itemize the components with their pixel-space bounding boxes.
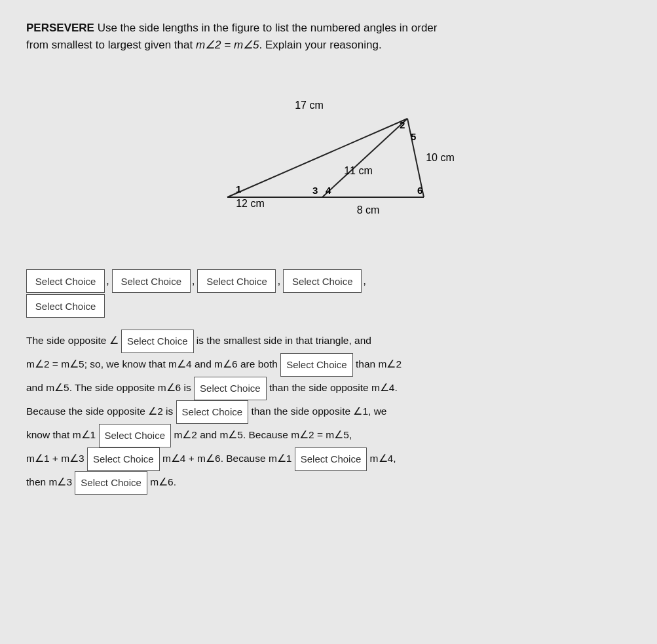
- explanation-select-4[interactable]: Select Choice: [176, 400, 249, 424]
- answer-box-3[interactable]: Select Choice: [197, 269, 276, 293]
- answer-box-2[interactable]: Select Choice: [112, 269, 191, 293]
- explanation-part12: m∠4 + m∠6. Because m∠1: [162, 453, 295, 464]
- explanation-part3: m∠2 = m∠5; so, we know that m∠4 and m∠6 …: [26, 358, 280, 369]
- explanation-part9: know that m∠1: [26, 429, 99, 440]
- problem-statement: PERSEVERE Use the side lengths in the fi…: [26, 20, 631, 53]
- explanation-part4: than m∠2: [356, 358, 402, 369]
- explanation-part15: m∠6.: [150, 476, 176, 487]
- explanation-part11: m∠1 + m∠3: [26, 453, 87, 464]
- svg-line-4: [322, 119, 407, 197]
- explanation-part7: Because the side opposite ∠2 is: [26, 406, 176, 417]
- answer-box-4[interactable]: Select Choice: [283, 269, 362, 293]
- side-11cm: 11 cm: [344, 165, 373, 176]
- figure-container: 17 cm 12 cm 11 cm 8 cm 10 cm 1 2 5 3 4 6: [26, 66, 631, 250]
- persevere-label: PERSEVERE: [26, 22, 94, 34]
- problem-text-3: . Explain your reasoning.: [259, 39, 382, 51]
- problem-text-1: Use the side lengths in the figure to li…: [94, 22, 438, 34]
- side-10cm: 10 cm: [426, 152, 455, 163]
- explanation-part10: m∠2 and m∠5. Because m∠2 = m∠5,: [174, 429, 352, 440]
- explanation-part6: than the side opposite m∠4.: [269, 382, 398, 393]
- angle-6-label: 6: [417, 185, 422, 196]
- angle-3-label: 3: [312, 185, 318, 196]
- explanation-part5: and m∠5. The side opposite m∠6 is: [26, 382, 194, 393]
- side-8cm: 8 cm: [356, 204, 379, 216]
- geometry-figure: 17 cm 12 cm 11 cm 8 cm 10 cm 1 2 5 3 4 6: [165, 66, 493, 250]
- explanation-part1: The side opposite ∠: [26, 335, 119, 346]
- explanation-select-6[interactable]: Select Choice: [87, 447, 160, 471]
- explanation-section: The side opposite ∠ Select Choice is the…: [26, 330, 631, 495]
- answer-box-5[interactable]: Select Choice: [26, 294, 105, 318]
- answer-box-1[interactable]: Select Choice: [26, 269, 105, 293]
- explanation-part8: than the side opposite ∠1, we: [251, 406, 386, 417]
- explanation-part2: is the smallest side in that triangle, a…: [197, 335, 371, 346]
- explanation-select-5[interactable]: Select Choice: [99, 424, 172, 447]
- side-12cm: 12 cm: [236, 198, 265, 209]
- angle-4-label: 4: [326, 185, 331, 196]
- problem-text-2: from smallest to largest given that: [26, 39, 196, 51]
- explanation-part14: then m∠3: [26, 476, 75, 487]
- angle-1-label: 1: [236, 183, 241, 195]
- angle-2-label: 2: [400, 119, 405, 130]
- explanation-select-7[interactable]: Select Choice: [295, 447, 367, 471]
- answer-boxes-section: Select Choice, Select Choice, Select Cho…: [26, 269, 631, 318]
- explanation-select-1[interactable]: Select Choice: [121, 330, 194, 353]
- equation-1: m∠2 = m∠5: [196, 39, 259, 51]
- side-17cm: 17 cm: [295, 100, 324, 111]
- explanation-select-3[interactable]: Select Choice: [194, 377, 267, 400]
- angle-5-label: 5: [411, 131, 416, 142]
- explanation-select-2[interactable]: Select Choice: [280, 353, 353, 377]
- explanation-part13: m∠4,: [370, 453, 396, 464]
- explanation-select-8[interactable]: Select Choice: [75, 471, 147, 495]
